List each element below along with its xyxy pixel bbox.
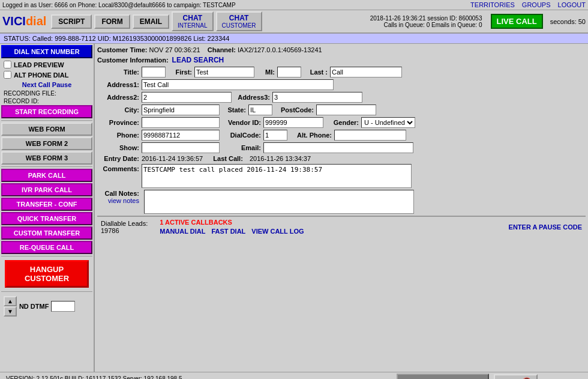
seconds-label: seconds: 50: [550, 18, 586, 25]
diallable-info: Diallable Leads: 19786: [101, 220, 148, 234]
address1-row: Address1:: [97, 79, 586, 90]
content-top-row: Customer Time: NOV 27 00:36:21 Channel: …: [97, 46, 586, 53]
record-id-label: RECORD ID:: [1, 97, 92, 105]
postcode-input[interactable]: [316, 105, 376, 115]
enter-pause-link[interactable]: ENTER A PAUSE CODE: [509, 223, 582, 231]
province-row: Province: Vendor ID: Gender: U - Undefin…: [97, 117, 586, 128]
form-button[interactable]: FORM: [94, 14, 130, 29]
view-notes-link[interactable]: view notes: [108, 197, 139, 204]
quick-transfer-button[interactable]: QUICK TRANSFER: [1, 212, 92, 225]
name-row: Title: First: MI: Last :: [97, 67, 586, 77]
park-call-button[interactable]: PARK CALL: [1, 169, 92, 182]
mute-icon: 🔇: [521, 377, 532, 380]
web-form-button[interactable]: WEB FORM: [1, 123, 92, 136]
next-call-pause-link[interactable]: Next Call Pause: [1, 80, 92, 89]
entry-date-value: 2016-11-24 19:36:57: [142, 155, 203, 162]
state-input[interactable]: [248, 105, 272, 115]
city-row: City: State: PostCode:: [97, 105, 586, 115]
address3-input[interactable]: [272, 92, 362, 103]
last-call-label: Last Call:: [213, 155, 243, 162]
arrow-up-button[interactable]: ▲: [4, 296, 17, 306]
arrow-buttons: ▲ ▼: [4, 296, 17, 317]
alt-phone-input[interactable]: [334, 130, 406, 141]
lead-search-link[interactable]: LEAD SEARCH: [172, 56, 224, 64]
mute-button[interactable]: MUTE 🔇: [494, 374, 537, 380]
phone-input[interactable]: [142, 130, 220, 141]
lead-preview-check[interactable]: LEAD PREVIEW: [1, 59, 92, 70]
channel-info: Channel: IAX2/127.0.0.1:40569-13241: [208, 46, 322, 53]
script-button[interactable]: SCRIPT: [51, 14, 92, 29]
territories-link[interactable]: TERRITORIES: [470, 1, 515, 8]
phone-row: Phone: DialCode: Alt. Phone:: [97, 130, 586, 141]
show-input[interactable]: [142, 142, 220, 153]
logo-vici: VICI: [2, 14, 26, 28]
call-notes-row: Call Notes: view notes: [97, 190, 586, 214]
chat-internal-button[interactable]: CHAT INTERNAL: [172, 11, 213, 31]
hot-keys-button[interactable]: HOT KEYS INACTIVE: [397, 374, 490, 379]
header-info: 2018-11-26 19:36:21 session ID: 8600053 …: [370, 15, 482, 28]
city-input[interactable]: [142, 105, 220, 115]
email-button[interactable]: EMAIL: [133, 14, 169, 29]
dial-next-button[interactable]: DIAL NEXT NUMBER: [1, 45, 92, 58]
dtmf-label: ND DTMF: [19, 303, 49, 310]
recording-file-label: RECORDING FILE:: [1, 89, 92, 97]
header: VICIdial SCRIPT FORM EMAIL CHAT INTERNAL…: [0, 10, 588, 34]
vendor-id-input[interactable]: [263, 117, 323, 128]
logo-dial: dial: [26, 14, 46, 28]
ivr-park-button[interactable]: IVR PARK CALL: [1, 183, 92, 196]
main-area: DIAL NEXT NUMBER LEAD PREVIEW ALT PHONE …: [0, 44, 588, 372]
comments-row: Comments: TESTCAMP test call placed 2016…: [97, 164, 586, 188]
gender-select[interactable]: U - Undefined M - Male F - Female: [361, 117, 415, 128]
fast-dial-link[interactable]: FAST DIAL: [211, 228, 245, 235]
lead-preview-checkbox[interactable]: [4, 61, 11, 68]
comments-textarea[interactable]: TESTCAMP test call placed 2016-11-24 19:…: [142, 164, 412, 188]
arrow-down-button[interactable]: ▼: [4, 306, 17, 317]
requeue-call-button[interactable]: RE-QUEUE CALL: [1, 241, 92, 254]
start-recording-button[interactable]: START RECORDING: [1, 105, 92, 118]
first-input[interactable]: [194, 67, 254, 77]
alt-phone-check[interactable]: ALT PHONE DIAL: [1, 70, 92, 80]
sidebar: DIAL NEXT NUMBER LEAD PREVIEW ALT PHONE …: [0, 44, 95, 372]
logged-in-text: Logged in as User: 6666 on Phone: Local/…: [2, 2, 236, 8]
status-footer: VERSION: 2.12-501c BUILD: 161117-1532 Se…: [0, 372, 588, 379]
alt-phone-checkbox[interactable]: [4, 71, 11, 79]
content-area: Customer Time: NOV 27 00:36:21 Channel: …: [95, 44, 588, 372]
status-bar: STATUS: Called: 999-888-7112 UID: M12619…: [0, 34, 588, 44]
last-input[interactable]: [330, 67, 402, 77]
chat-customer-button[interactable]: CHAT CUSTOMER: [216, 11, 262, 31]
address2-row: Address2: Address3:: [97, 92, 586, 103]
show-row: Show: Email:: [97, 142, 586, 153]
hangup-button[interactable]: HANGUP CUSTOMER: [5, 260, 89, 288]
call-notes-textarea[interactable]: [144, 190, 414, 214]
province-input[interactable]: [142, 117, 220, 128]
customer-info-row: Customer Information: LEAD SEARCH: [97, 56, 586, 64]
dialcode-input[interactable]: [263, 130, 287, 141]
bottom-bar: Diallable Leads: 19786 1 ACTIVE CALLBACK…: [97, 216, 586, 237]
address2-input[interactable]: [142, 92, 232, 103]
address1-input[interactable]: [142, 79, 334, 90]
manual-dial-link[interactable]: MANUAL DIAL: [160, 228, 205, 235]
mi-input[interactable]: [277, 67, 301, 77]
email-input[interactable]: [263, 142, 413, 153]
logout-link[interactable]: LOGOUT: [558, 1, 586, 8]
view-call-log-link[interactable]: VIEW CALL LOG: [251, 228, 304, 235]
web-form3-button[interactable]: WEB FORM 3: [1, 151, 92, 165]
web-form2-button[interactable]: WEB FORM 2: [1, 137, 92, 150]
last-call-value: 2016-11-26 13:34:37: [250, 155, 311, 162]
live-call-badge: LIVE CALL: [491, 14, 543, 29]
custom-transfer-button[interactable]: CUSTOM TRANSFER: [1, 226, 92, 240]
logo: VICIdial: [2, 14, 46, 28]
title-input[interactable]: [142, 67, 166, 77]
top-bar: Logged in as User: 6666 on Phone: Local/…: [0, 0, 588, 10]
top-nav: TERRITORIES GROUPS LOGOUT: [470, 1, 586, 8]
groups-link[interactable]: GROUPS: [522, 1, 551, 8]
active-callbacks-link[interactable]: 1 ACTIVE CALLBACKS: [160, 219, 304, 226]
version-info: VERSION: 2.12-501c BUILD: 161117-1532 Se…: [4, 374, 185, 380]
dates-row: Entry Date: 2016-11-24 19:36:57 Last Cal…: [97, 155, 586, 162]
dtmf-row: ▲ ▼ ND DTMF: [1, 294, 92, 319]
dtmf-input[interactable]: [51, 301, 75, 312]
customer-time-label: Customer Time: NOV 27 00:36:21: [97, 46, 202, 53]
transfer-conf-button[interactable]: TRANSFER - CONF: [1, 198, 92, 211]
customer-info-label: Customer Information:: [97, 56, 169, 64]
